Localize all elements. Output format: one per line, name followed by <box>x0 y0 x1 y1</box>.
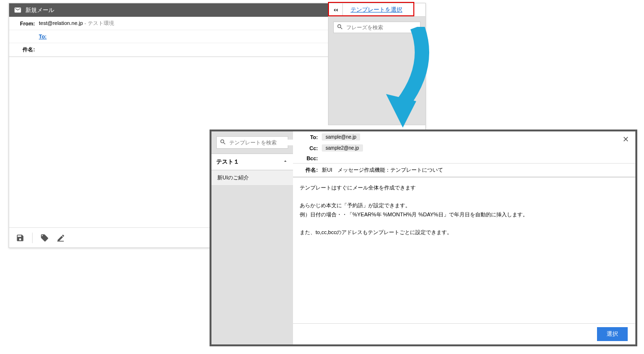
mail-icon <box>14 6 22 14</box>
chevron-up-icon <box>282 158 288 165</box>
to-link[interactable]: To: <box>39 34 47 39</box>
subject-label: 件名: <box>300 166 318 174</box>
body-line: また、to,cc,bccのアドレスもテンプレートごとに設定できます。 <box>300 228 629 237</box>
to-label: To: <box>300 134 318 140</box>
select-template-link[interactable]: テンプレートを選択 <box>343 6 410 14</box>
group-name: テスト１ <box>216 158 239 166</box>
preview-fields: To: sample@ne.jp Cc: sample2@ne.jp Bcc: … <box>293 131 635 177</box>
preview-bcc-row: Bcc: <box>293 153 635 163</box>
phrase-search-input[interactable] <box>346 24 417 30</box>
cc-label: Cc: <box>300 145 318 151</box>
bcc-label: Bcc: <box>300 155 318 161</box>
template-preview: To: sample@ne.jp Cc: sample2@ne.jp Bcc: … <box>293 131 635 344</box>
search-icon <box>220 139 226 146</box>
body-line: 例）日付の場合・・「%YEAR%年 %MONTH%月 %DAY%日」で年月日を自… <box>300 210 629 219</box>
tag-icon[interactable] <box>40 234 49 242</box>
phrase-search[interactable] <box>333 22 421 33</box>
template-item[interactable]: 新UIのご紹介 <box>211 170 293 186</box>
preview-cc-row: Cc: sample2@ne.jp <box>293 142 635 153</box>
subject-label: 件名: <box>15 46 35 53</box>
template-dialog: テスト１ 新UIのご紹介 To: sample@ne.jp Cc: sample… <box>210 130 637 346</box>
close-icon[interactable] <box>622 135 630 145</box>
select-button[interactable]: 選択 <box>597 327 628 341</box>
template-group-header[interactable]: テスト１ <box>211 153 293 170</box>
preview-subject-row: 件名: 新UI メッセージ作成機能：テンプレートについて <box>293 163 635 177</box>
divider <box>32 233 33 243</box>
body-line: あらかじめ本文に「予約語」が設定できます。 <box>300 201 629 210</box>
side-panel-header: テンプレートを選択 <box>328 3 425 17</box>
to-chip[interactable]: sample@ne.jp <box>322 133 360 141</box>
side-panel: テンプレートを選択 <box>328 3 426 125</box>
preview-body: テンプレートはすぐにメール全体を作成できます あらかじめ本文に「予約語」が設定で… <box>293 177 635 323</box>
preview-footer: 選択 <box>293 323 635 344</box>
preview-to-row: To: sample@ne.jp <box>293 131 635 142</box>
cc-chip[interactable]: sample2@ne.jp <box>322 144 363 152</box>
from-email: test@relation.ne.jp <box>39 20 83 26</box>
template-sidebar: テスト１ 新UIのご紹介 <box>211 131 293 344</box>
template-search[interactable] <box>216 136 288 149</box>
search-icon <box>337 24 343 31</box>
collapse-button[interactable] <box>328 3 343 16</box>
edit-icon[interactable] <box>57 234 65 242</box>
save-icon[interactable] <box>16 234 24 242</box>
from-label: From: <box>15 21 35 26</box>
subject-value: 新UI メッセージ作成機能：テンプレートについて <box>322 166 443 174</box>
from-env: - テスト環境 <box>83 20 114 26</box>
body-line: テンプレートはすぐにメール全体を作成できます <box>300 183 629 192</box>
compose-title: 新規メール <box>25 6 54 14</box>
template-search-input[interactable] <box>229 140 295 145</box>
svg-rect-0 <box>58 241 64 242</box>
